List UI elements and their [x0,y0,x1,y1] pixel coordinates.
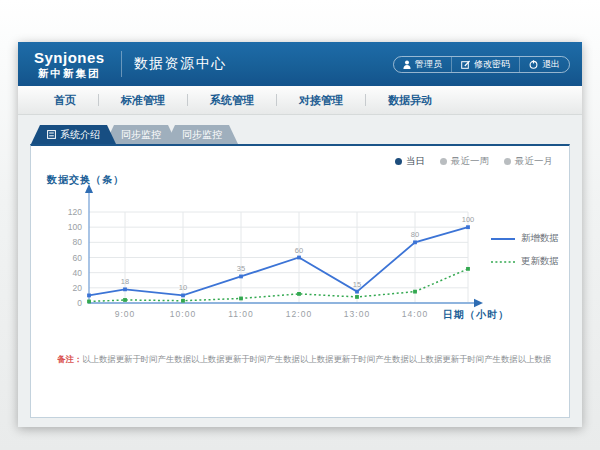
data-point [355,295,359,299]
edit-password-icon [461,60,470,69]
x-tick-label: 9:00 [115,309,136,319]
y-tick-label: 20 [73,283,83,293]
tab-label: 同步监控 [121,125,161,144]
legend-line-solid-icon [491,237,515,241]
legend-item-updated-data: 更新数据 [491,255,559,268]
data-point [466,225,470,229]
y-tick-label: 60 [73,253,83,263]
radio-last-week[interactable]: 最近一周 [440,155,489,168]
y-tick-label: 80 [73,237,83,247]
data-point [239,275,243,279]
radio-dot-icon [440,158,447,165]
data-point [123,287,127,291]
page-title: 数据资源中心 [134,55,227,73]
radio-last-month[interactable]: 最近一月 [504,155,553,168]
nav-item-home[interactable]: 首页 [32,86,98,115]
x-axis-title: 日期（小时） [443,308,509,322]
logout-button[interactable]: 退出 [519,57,569,72]
change-password-label: 修改密码 [474,58,510,71]
data-point [181,294,185,298]
logout-label: 退出 [542,58,560,71]
data-point-label: 10 [179,283,187,292]
footnote-prefix: 备注： [57,354,82,364]
desktop-background: Synjones 新中新集团 数据资源中心 管理员 修改密码 [0,0,600,450]
chart-panel: 当日 最近一周 最近一月 数据交换（条） 0204060801001209:00… [30,144,570,418]
legend-label: 更新数据 [521,255,559,268]
tab-system-intro[interactable]: 系统介绍 [31,125,116,144]
data-point-label: 60 [295,246,303,255]
nav-item-standard-management[interactable]: 标准管理 [99,86,187,115]
x-axis-arrow-icon [474,299,483,307]
data-point-label: 100 [462,215,475,224]
x-tick-label: 13:00 [344,309,370,319]
chart-legend: 新增数据 更新数据 [491,232,559,268]
legend-item-new-data: 新增数据 [491,232,559,245]
data-point [181,299,185,303]
data-point [239,297,243,301]
data-point [466,267,470,271]
data-point [87,300,91,304]
radio-label: 当日 [406,155,425,168]
legend-line-dotted-icon [491,260,515,264]
app-header: Synjones 新中新集团 数据资源中心 管理员 修改密码 [18,42,582,86]
user-icon [403,60,411,69]
series-line-更新数据 [89,269,468,302]
brand-logo: Synjones 新中新集团 [30,50,109,79]
radio-today[interactable]: 当日 [395,155,425,168]
content-area: 系统介绍 同步监控 同步监控 当日 最近一周 [18,115,582,427]
logo-text-en: Synjones [34,50,105,65]
y-tick-label: 120 [68,207,82,217]
tab-doc-icon [47,130,56,139]
tab-bar: 系统介绍 同步监控 同步监控 [30,125,570,144]
data-point-label: 35 [237,264,245,273]
y-tick-label: 100 [68,222,82,232]
x-tick-label: 14:00 [402,309,428,319]
radio-label: 最近一月 [515,155,553,168]
data-point [123,298,127,302]
app-window: Synjones 新中新集团 数据资源中心 管理员 修改密码 [18,42,582,427]
data-point [297,292,301,296]
user-name-label: 管理员 [415,58,442,71]
data-point [297,256,301,260]
x-tick-label: 10:00 [170,309,196,319]
account-bar: 管理员 修改密码 退出 [393,56,570,73]
footnote-text: 以上数据更新于时间产生数据以上数据更新于时间产生数据以上数据更新于时间产生数据以… [82,354,551,364]
y-tick-label: 40 [73,268,83,278]
data-point-label: 18 [121,277,129,286]
main-navigation: 首页 标准管理 系统管理 对接管理 数据异动 [18,86,582,115]
tab-sync-monitor-1[interactable]: 同步监控 [105,125,177,144]
footnote: 备注：以上数据更新于时间产生数据以上数据更新于时间产生数据以上数据更新于时间产生… [57,354,551,365]
nav-item-system-management[interactable]: 系统管理 [188,86,276,115]
radio-dot-icon [395,158,402,165]
data-point [413,290,417,294]
data-point [355,290,359,294]
nav-item-data-changes[interactable]: 数据异动 [366,86,454,115]
data-point [87,294,91,298]
nav-item-interface-management[interactable]: 对接管理 [277,86,365,115]
radio-dot-icon [504,158,511,165]
data-point-label: 15 [353,280,361,289]
data-point [413,240,417,244]
tab-label: 系统介绍 [60,125,100,144]
current-user-button[interactable]: 管理员 [394,57,451,72]
radio-label: 最近一周 [451,155,489,168]
change-password-button[interactable]: 修改密码 [451,57,519,72]
x-tick-label: 12:00 [286,309,312,319]
data-point-label: 80 [411,230,419,239]
legend-label: 新增数据 [521,232,559,245]
y-tick-label: 0 [77,298,82,308]
y-axis-title: 数据交换（条） [47,173,124,187]
header-divider [121,51,122,77]
time-range-options: 当日 最近一周 最近一月 [395,155,553,168]
tab-sync-monitor-2[interactable]: 同步监控 [166,125,238,144]
logo-text-cn: 新中新集团 [34,68,105,79]
x-tick-label: 11:00 [228,309,254,319]
tab-label: 同步监控 [182,125,222,144]
logout-icon [529,60,538,69]
